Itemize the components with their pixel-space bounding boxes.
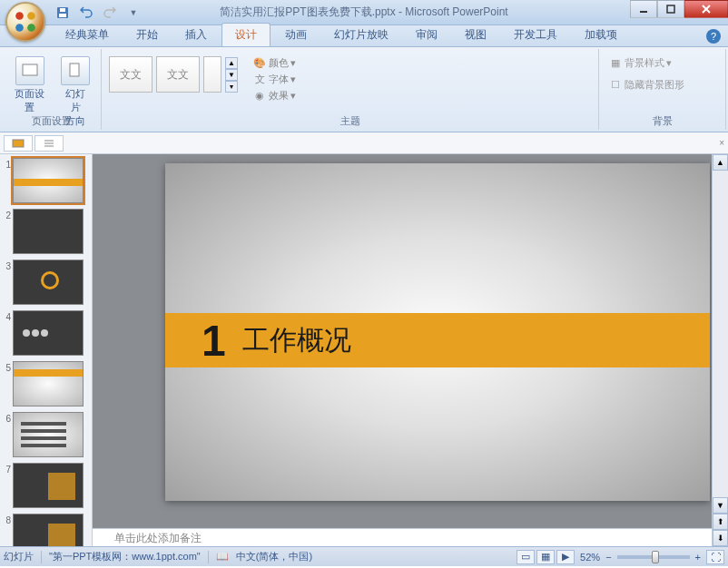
office-button[interactable] [5,2,45,42]
qat-customize[interactable]: ▼ [123,3,143,23]
close-pane-button[interactable]: × [719,138,724,148]
svg-point-3 [27,24,35,32]
zoom-level[interactable]: 52% [580,552,600,563]
slide-title-band: 1 工作概况 [165,313,710,367]
gallery-down-button[interactable]: ▼ [225,69,238,81]
outline-pane-tabs: × [0,132,728,154]
scroll-up-button[interactable]: ▲ [713,154,728,171]
status-language[interactable]: 中文(简体，中国) [236,550,312,563]
theme-option-1[interactable]: 文文 [109,56,152,93]
svg-rect-8 [667,5,674,13]
effects-icon: ◉ [252,88,267,103]
sorter-view-button[interactable]: ▦ [536,550,555,564]
tab-开始[interactable]: 开始 [123,24,171,46]
current-slide[interactable]: 1 工作概况 [165,163,710,501]
hide-background-checkbox[interactable]: ☐隐藏背景图形 [605,76,688,93]
thumbnail-item: 8 [2,514,90,546]
thumbnail-item: 1 [2,158,90,203]
thumbnail-slide-7[interactable] [13,463,84,508]
tab-插入[interactable]: 插入 [172,24,220,46]
thumbnail-slide-5[interactable] [13,361,84,406]
window-title: 简洁实用汇报PPT图表免费下载.pptx - Microsoft PowerPo… [220,5,507,20]
minimize-button[interactable] [630,0,657,18]
prev-slide-button[interactable]: ⬆ [713,514,728,530]
thumbnail-slide-1[interactable] [13,158,84,203]
theme-option-2[interactable]: 文文 [156,56,200,93]
status-template: "第一PPT模板网：www.1ppt.com" [49,550,201,563]
gallery-up-button[interactable]: ▲ [225,57,238,69]
thumbnail-item: 5 [2,361,90,406]
svg-point-1 [27,12,35,20]
slide-section-title: 工作概况 [242,322,351,359]
theme-colors-button[interactable]: 🎨颜色 ▾ [249,54,300,71]
tab-动画[interactable]: 动画 [272,24,320,46]
maximize-button[interactable] [657,0,684,18]
save-button[interactable] [53,3,73,23]
theme-effects-button[interactable]: ◉效果 ▾ [249,87,300,103]
redo-button[interactable] [100,3,120,23]
checkbox-icon: ☐ [608,77,623,92]
tab-视图[interactable]: 视图 [452,24,499,46]
background-styles-button[interactable]: ▦背景样式 ▾ [605,54,675,71]
svg-rect-5 [59,14,66,17]
undo-button[interactable] [76,3,96,23]
outline-tab[interactable] [34,135,64,152]
tab-设计[interactable]: 设计 [221,23,271,46]
help-button[interactable]: ? [706,29,721,44]
window-controls [630,0,728,18]
notes-pane[interactable]: 单击此处添加备注 [93,528,712,546]
vertical-scrollbar[interactable]: ▲ ▼ ⬆ ⬇ [712,154,728,546]
slides-tab[interactable] [4,135,33,152]
quick-access-toolbar: ▼ [53,3,143,23]
thumbnail-number: 5 [2,361,11,373]
thumbnail-slide-2[interactable] [13,209,84,254]
tab-审阅[interactable]: 审阅 [403,24,450,46]
thumbnail-item: 3 [2,260,90,305]
normal-view-button[interactable]: ▭ [516,550,535,564]
zoom-slider-thumb[interactable] [652,551,659,563]
tab-幻灯片放映[interactable]: 幻灯片放映 [321,24,401,46]
close-button[interactable] [684,0,728,18]
main-area: 123456789 1 工作概况 ▲ ▼ ⬆ ⬇ 单击此处添加备注 [0,154,728,546]
thumbnail-item: 2 [2,209,90,254]
slide-editor: 1 工作概况 ▲ ▼ ⬆ ⬇ 单击此处添加备注 [93,154,728,546]
svg-point-2 [15,24,24,32]
theme-gallery: 文文 文文 ▲ ▼ ▾ [107,54,238,94]
page-setup-button[interactable]: 页面设置 [7,54,52,116]
zoom-slider[interactable] [617,555,690,559]
next-slide-button[interactable]: ⬇ [713,530,728,546]
thumbnail-slide-3[interactable] [13,260,84,305]
scroll-down-button[interactable]: ▼ [713,497,728,514]
ribbon-group-background: ▦背景样式 ▾ ☐隐藏背景图形 背景 [599,49,726,130]
ribbon-group-page-setup: 页面设置 幻灯片 方向 页面设置 [2,49,102,130]
group-label-themes: 主题 [102,114,598,128]
fit-window-button[interactable]: ⛶ [706,550,724,564]
spellcheck-icon[interactable]: 📖 [216,551,229,563]
ribbon-tabs: 经典菜单开始插入设计动画幻灯片放映审阅视图开发工具加载项? [0,25,728,47]
zoom-out-button[interactable]: − [605,552,611,563]
fonts-icon: 文 [252,72,267,86]
theme-fonts-button[interactable]: 文字体 ▾ [249,71,300,87]
slide-section-number: 1 [202,316,226,366]
slideshow-view-button[interactable]: ▶ [556,550,575,564]
thumbnail-number: 4 [2,310,11,322]
tab-开发工具[interactable]: 开发工具 [501,24,570,46]
thumbnail-number: 1 [2,158,11,170]
thumbnail-slide-8[interactable] [13,514,84,546]
thumbnail-number: 8 [2,514,11,525]
title-bar: ▼ 简洁实用汇报PPT图表免费下载.pptx - Microsoft Power… [0,0,728,25]
page-setup-label: 页面设置 [13,87,46,114]
gallery-more-button[interactable]: ▾ [225,81,238,93]
svg-rect-12 [70,64,79,76]
svg-rect-13 [13,140,24,147]
thumbnail-number: 7 [2,463,11,475]
group-label-background: 背景 [599,114,725,128]
tab-加载项[interactable]: 加载项 [572,24,630,46]
thumbnail-slide-6[interactable] [13,412,84,457]
zoom-in-button[interactable]: + [695,552,701,563]
ribbon-group-themes: 文文 文文 ▲ ▼ ▾ 🎨颜色 ▾ 文字体 ▾ ◉效果 ▾ 主题 [102,49,599,130]
theme-option-3[interactable] [203,56,221,93]
thumbnail-item: 7 [2,463,90,508]
thumbnail-slide-4[interactable] [13,310,84,356]
tab-经典菜单[interactable]: 经典菜单 [53,24,122,46]
